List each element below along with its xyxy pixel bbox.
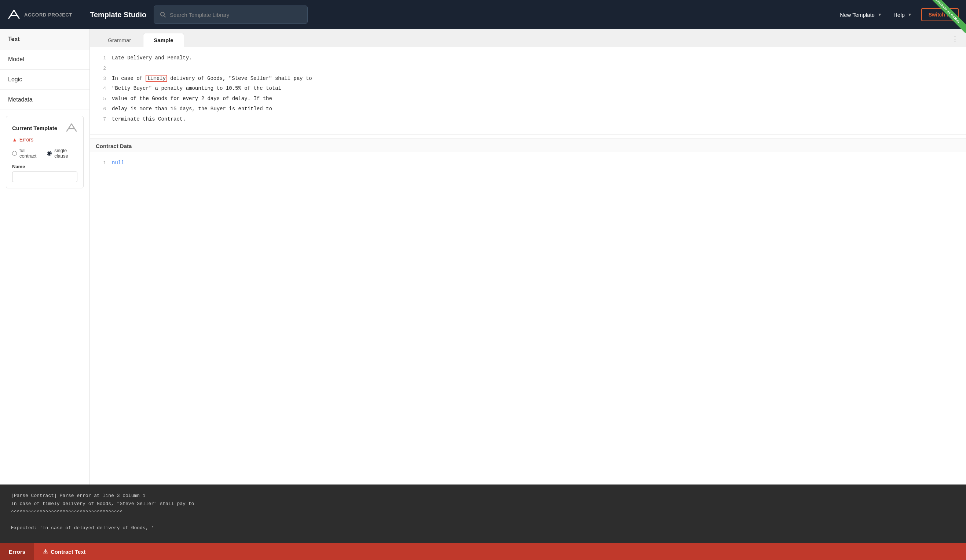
editor-area: Grammar Sample ⋮ 1 Late Delivery and Pen… (90, 29, 966, 485)
contract-data-line-1: 1 null (90, 158, 966, 168)
code-line-5: 5 value of the Goods for every 2 days of… (90, 94, 966, 104)
full-contract-label: full contract (20, 148, 39, 159)
section-divider (90, 134, 966, 134)
app-name: Template Studio (90, 11, 146, 19)
editor-panel: 1 Late Delivery and Penalty. 2 3 In case… (90, 47, 966, 485)
current-template-header: Current Template (12, 122, 77, 134)
tab-sample[interactable]: Sample (143, 33, 184, 47)
search-icon (160, 11, 166, 18)
error-line-5: Expected: 'In case of delayed delivery o… (11, 524, 955, 532)
name-field-label: Name (12, 164, 77, 169)
template-errors-status: ▲ Errors (12, 137, 77, 142)
code-line-6: 6 delay is more than 15 days, the Buyer … (90, 104, 966, 115)
status-contract-text-tab[interactable]: ⚠ Contract Text (34, 543, 95, 560)
sidebar: Text Model Logic Metadata Current Templa… (0, 29, 90, 485)
full-contract-option[interactable]: full contract (12, 148, 39, 159)
switch-to-label: Switch to (928, 12, 951, 18)
status-bar: Errors ⚠ Contract Text (0, 543, 966, 560)
sidebar-item-model[interactable]: Model (0, 49, 89, 70)
accord-logo-small-icon (66, 122, 77, 134)
help-button[interactable]: Help ▼ (887, 9, 918, 21)
contract-type-radio-group: full contract single clause (12, 148, 77, 159)
errors-label: Errors (20, 137, 33, 142)
error-line-2: In case of timely delivery of Goods, "St… (11, 500, 955, 508)
switch-to-button[interactable]: Switch to (921, 8, 959, 21)
search-bar[interactable] (154, 5, 308, 24)
logo-area: ACCORD PROJECT (7, 8, 72, 21)
new-template-label: New Template (840, 12, 875, 18)
info-icon[interactable]: ⋮ (951, 34, 959, 43)
error-panel: [Parse Contract] Parse error at line 3 c… (0, 485, 966, 543)
code-line-1: 1 Late Delivery and Penalty. (90, 53, 966, 64)
sample-code-block: 1 Late Delivery and Penalty. 2 3 In case… (90, 47, 966, 131)
contract-data-header: Contract Data (90, 138, 966, 152)
code-line-3: 3 In case of timely delivery of Goods, "… (90, 74, 966, 84)
editor-tabs: Grammar Sample ⋮ (90, 29, 966, 47)
search-input[interactable] (170, 12, 301, 18)
main-content: Text Model Logic Metadata Current Templa… (0, 29, 966, 485)
full-contract-radio[interactable] (12, 151, 17, 156)
single-clause-radio[interactable] (47, 151, 52, 156)
status-errors-tab[interactable]: Errors (0, 543, 34, 560)
accord-logo-icon (7, 8, 21, 21)
sidebar-item-logic[interactable]: Logic (0, 70, 89, 90)
name-field-input[interactable] (12, 172, 77, 182)
sidebar-item-text[interactable]: Text (0, 29, 89, 49)
warning-icon: ⚠ (43, 548, 48, 555)
contract-data-block: 1 null (90, 152, 966, 174)
error-line-3: ^^^^^^^^^^^^^^^^^^^^^^^^^^^^^^^^^^^^^^^ (11, 508, 955, 516)
current-template-title: Current Template (12, 125, 57, 131)
code-line-7: 7 terminate this Contract. (90, 115, 966, 124)
code-line-2: 2 (90, 64, 966, 74)
code-line-4: 4 "Betty Buyer" a penalty amounting to 1… (90, 84, 966, 94)
svg-line-1 (164, 15, 165, 17)
tab-grammar[interactable]: Grammar (97, 33, 141, 47)
error-triangle-icon: ▲ (12, 137, 17, 142)
highlighted-timely: timely (146, 75, 167, 82)
single-clause-label: single clause (54, 148, 77, 159)
errors-tab-label: Errors (9, 549, 25, 555)
app-header: ACCORD PROJECT Template Studio New Templ… (0, 0, 966, 29)
current-template-section: Current Template ▲ Errors full contract … (6, 116, 84, 188)
help-label: Help (894, 12, 905, 18)
error-line-4 (11, 516, 955, 524)
new-template-button[interactable]: New Template ▼ (834, 9, 887, 21)
contract-text-label: Contract Text (51, 549, 86, 555)
error-line-1: [Parse Contract] Parse error at line 3 c… (11, 492, 955, 500)
help-chevron-icon: ▼ (908, 13, 912, 17)
single-clause-option[interactable]: single clause (47, 148, 77, 159)
new-template-chevron-icon: ▼ (877, 13, 882, 17)
sidebar-item-metadata[interactable]: Metadata (0, 90, 89, 110)
brand-name: ACCORD PROJECT (24, 12, 72, 18)
null-value: null (112, 159, 124, 167)
